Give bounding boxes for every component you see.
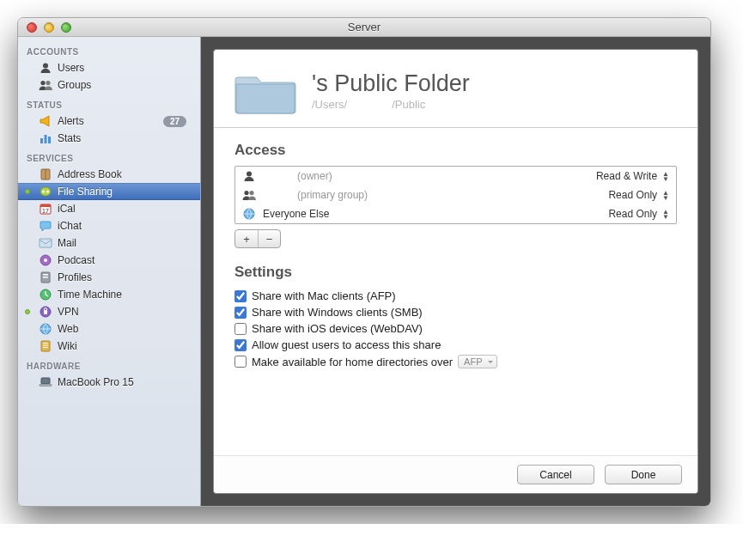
sidebar-item-groups[interactable]: Groups: [18, 76, 200, 94]
settings-heading: Settings: [234, 264, 677, 281]
sidebar: ACCOUNTS Users Groups STATUS Alerts 27 S…: [18, 37, 201, 506]
settings-label: Allow guest users to access this share: [252, 338, 441, 351]
laptop-icon: [39, 375, 52, 389]
sidebar-item-label: Users: [58, 62, 84, 74]
mail-icon: [39, 236, 52, 250]
addressbook-icon: [39, 167, 52, 181]
sidebar-item-file-sharing[interactable]: File Sharing: [18, 183, 200, 200]
sidebar-section-hardware: HARDWARE: [18, 355, 200, 374]
access-permission[interactable]: Read Only: [608, 208, 657, 220]
cancel-button[interactable]: Cancel: [517, 465, 594, 484]
settings-checkbox-0[interactable]: [234, 290, 247, 302]
sidebar-item-label: Time Machine: [58, 289, 122, 301]
settings-label: Make available for home directories over: [252, 356, 453, 368]
svg-rect-26: [43, 345, 48, 346]
settings-row: Make available for home directories over…: [234, 353, 677, 370]
timemachine-icon: [39, 288, 52, 301]
svg-point-16: [44, 259, 47, 262]
status-dot-icon: [25, 309, 30, 314]
protocol-select[interactable]: AFP: [458, 355, 496, 368]
sidebar-item-podcast[interactable]: Podcast: [18, 252, 200, 269]
sidebar-item-macbook-pro-15[interactable]: MacBook Pro 15: [18, 374, 200, 391]
access-qualifier: (owner): [297, 170, 332, 182]
sidebar-item-label: Address Book: [58, 168, 122, 180]
svg-rect-4: [45, 135, 47, 143]
access-add-button[interactable]: +: [235, 230, 258, 247]
panel-footer: Cancel Done: [214, 455, 697, 493]
sidebar-item-ical[interactable]: 17 iCal: [18, 200, 200, 217]
access-row[interactable]: (primary group) Read Only ▲▼: [235, 186, 676, 204]
sidebar-item-users[interactable]: Users: [18, 59, 200, 76]
web-icon: [39, 322, 52, 336]
settings-row: Share with iOS devices (WebDAV): [234, 320, 677, 337]
settings-checkbox-1[interactable]: [234, 307, 247, 319]
folder-icon: [234, 65, 296, 115]
svg-rect-22: [44, 310, 47, 314]
sidebar-item-time-machine[interactable]: Time Machine: [18, 286, 200, 303]
sidebar-item-label: Stats: [58, 132, 81, 144]
sidebar-item-label: Wiki: [58, 340, 77, 352]
svg-rect-28: [41, 378, 50, 384]
svg-point-0: [43, 64, 48, 69]
svg-rect-18: [43, 274, 48, 276]
podcast-icon: [39, 253, 52, 267]
user-icon: [39, 61, 52, 75]
content-area: 's Public Folder /Users//Public Access (…: [201, 37, 710, 506]
settings-checkbox-4[interactable]: [234, 356, 247, 368]
svg-point-31: [244, 191, 248, 195]
access-table: (owner) Read & Write ▲▼ (primary group) …: [234, 166, 677, 224]
access-permission[interactable]: Read & Write: [596, 170, 657, 182]
share-panel: 's Public Folder /Users//Public Access (…: [213, 49, 698, 494]
sidebar-item-label: Mail: [58, 237, 76, 249]
settings-checkbox-3[interactable]: [234, 339, 247, 351]
sidebar-item-ichat[interactable]: iChat: [18, 217, 200, 234]
stepper-icon[interactable]: ▲▼: [662, 191, 669, 200]
sidebar-item-stats[interactable]: Stats: [18, 130, 200, 147]
svg-point-2: [46, 81, 50, 85]
share-title: 's Public Folder: [312, 70, 470, 97]
sidebar-item-mail[interactable]: Mail: [18, 234, 200, 252]
sidebar-item-label: Podcast: [58, 254, 94, 266]
access-name: Everyone Else: [263, 208, 329, 220]
svg-point-9: [42, 191, 45, 193]
sidebar-item-address-book[interactable]: Address Book: [18, 166, 200, 183]
settings-label: Share with Windows clients (SMB): [252, 306, 423, 319]
access-row[interactable]: Everyone Else Read Only ▲▼: [235, 204, 676, 223]
share-path: /Users//Public: [312, 98, 470, 111]
settings-checkbox-2[interactable]: [234, 323, 247, 335]
wiki-icon: [39, 339, 52, 353]
svg-point-8: [40, 187, 51, 196]
stepper-icon[interactable]: ▲▼: [662, 172, 669, 181]
barchart-icon: [39, 131, 52, 145]
vpn-icon: [39, 305, 52, 319]
sidebar-item-vpn[interactable]: VPN: [18, 303, 200, 320]
sidebar-item-web[interactable]: Web: [18, 320, 200, 338]
done-button[interactable]: Done: [605, 465, 682, 484]
sidebar-section-services: SERVICES: [18, 147, 200, 166]
sidebar-item-label: Groups: [58, 79, 91, 91]
megaphone-icon: [39, 114, 52, 128]
sidebar-item-label: Web: [58, 323, 78, 335]
sidebar-item-label: MacBook Pro 15: [58, 376, 134, 388]
sidebar-item-wiki[interactable]: Wiki: [18, 338, 200, 355]
svg-point-30: [247, 172, 252, 177]
access-remove-button[interactable]: −: [258, 230, 280, 247]
access-permission[interactable]: Read Only: [608, 189, 657, 201]
svg-point-1: [40, 81, 45, 85]
access-heading: Access: [234, 142, 677, 159]
access-row[interactable]: (owner) Read & Write ▲▼: [235, 167, 676, 186]
globe-icon: [242, 207, 256, 221]
svg-text:17: 17: [42, 208, 49, 214]
profiles-icon: [39, 271, 52, 284]
sidebar-item-profiles[interactable]: Profiles: [18, 269, 200, 286]
svg-rect-14: [40, 239, 52, 247]
svg-rect-3: [40, 138, 43, 143]
stepper-icon[interactable]: ▲▼: [662, 210, 669, 219]
sidebar-item-alerts[interactable]: Alerts 27: [18, 113, 200, 130]
server-window: Server ACCOUNTS Users Groups STATUS Aler…: [17, 17, 711, 507]
svg-rect-27: [43, 347, 48, 348]
access-plus-minus: + −: [234, 229, 281, 248]
sidebar-item-label: Profiles: [58, 271, 92, 283]
svg-rect-7: [46, 169, 46, 180]
svg-rect-12: [40, 204, 51, 207]
